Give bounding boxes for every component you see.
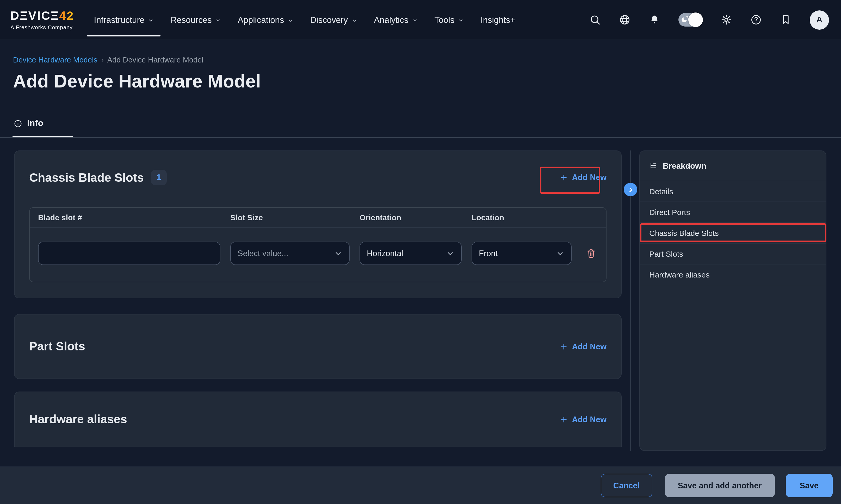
sidebar-item-chassis-blade-slots[interactable]: Chassis Blade Slots (640, 223, 826, 244)
form-action-bar: Cancel Save and add another Save (0, 467, 841, 504)
top-navbar: DΞVICΞ42 A Freshworks Company Infrastruc… (0, 0, 841, 40)
breakdown-tree-icon (649, 162, 658, 170)
chevron-right-icon (627, 186, 634, 194)
chevron-down-icon (334, 249, 342, 257)
breadcrumb-separator: › (101, 56, 104, 64)
column-header-slot-size: Slot Size (230, 213, 350, 222)
breadcrumb-link-device-hardware-models[interactable]: Device Hardware Models (13, 56, 98, 64)
part-slots-title: Part Slots (29, 340, 85, 354)
breakdown-header: Breakdown (640, 151, 826, 181)
user-avatar[interactable]: A (810, 10, 829, 30)
blade-slot-number-input[interactable] (38, 241, 221, 265)
brand-subtitle: A Freshworks Company (11, 24, 74, 30)
chassis-blade-slots-table: Blade slot # Slot Size Orientation Locat… (29, 207, 607, 282)
plus-icon (559, 415, 568, 424)
trash-icon (585, 247, 596, 259)
chassis-section-title: Chassis Blade Slots (29, 170, 144, 184)
chassis-section-header: Chassis Blade Slots 1 Add New (29, 167, 607, 188)
sidebar-item-hardware-aliases[interactable]: Hardware aliases (640, 265, 826, 285)
chevron-down-icon (412, 17, 418, 23)
part-slots-section: Part Slots Add New (14, 314, 621, 379)
gear-icon (721, 14, 732, 25)
chassis-add-new-button[interactable]: Add New (559, 173, 607, 182)
table-header-row: Blade slot # Slot Size Orientation Locat… (30, 208, 606, 228)
chevron-down-icon (287, 17, 293, 23)
brand-name: DΞVICΞ (11, 9, 59, 22)
tabs-divider (0, 137, 841, 138)
hardware-aliases-title: Hardware aliases (29, 412, 127, 427)
sidebar-expand-button[interactable] (624, 183, 637, 196)
help-icon (750, 14, 762, 25)
main-nav: Infrastructure Resources Applications Di… (85, 0, 523, 40)
nav-item-insights[interactable]: Insights+ (472, 0, 523, 40)
delete-row-button[interactable] (585, 247, 597, 259)
page-title: Add Device Hardware Model (13, 71, 261, 92)
column-header-orientation: Orientation (360, 213, 462, 222)
chassis-blade-slots-section: Chassis Blade Slots 1 Add New Blade slot… (14, 150, 621, 298)
nav-item-discovery[interactable]: Discovery (302, 0, 366, 40)
hardware-aliases-section: Hardware aliases Add New (14, 392, 621, 447)
language-button[interactable] (619, 14, 630, 25)
nav-item-resources[interactable]: Resources (162, 0, 229, 40)
settings-button[interactable] (721, 14, 732, 25)
toggle-thumb (688, 13, 703, 27)
chevron-down-icon (148, 17, 154, 23)
bookmark-icon (780, 14, 791, 25)
bell-icon (649, 14, 660, 25)
nav-item-tools[interactable]: Tools (426, 0, 472, 40)
nav-item-analytics[interactable]: Analytics (366, 0, 426, 40)
bookmarks-button[interactable] (780, 14, 791, 25)
app-root: DΞVICΞ42 A Freshworks Company Infrastruc… (0, 0, 841, 504)
cancel-button[interactable]: Cancel (601, 474, 652, 497)
column-header-location: Location (472, 213, 572, 222)
brand-logo[interactable]: DΞVICΞ42 A Freshworks Company (11, 10, 74, 30)
hardware-aliases-add-new-button[interactable]: Add New (559, 415, 607, 424)
part-slots-add-new-button[interactable]: Add New (559, 342, 607, 351)
orientation-select[interactable]: Horizontal (360, 241, 462, 265)
navbar-actions: A (589, 10, 841, 30)
globe-icon (619, 14, 630, 25)
breakdown-title: Breakdown (663, 161, 706, 170)
column-header-blade-slot: Blade slot # (38, 213, 221, 222)
sidebar-item-part-slots[interactable]: Part Slots (640, 244, 826, 265)
nav-item-infrastructure[interactable]: Infrastructure (85, 0, 162, 40)
chassis-count-badge: 1 (151, 170, 167, 185)
chevron-down-icon (556, 249, 564, 257)
plus-icon (559, 342, 568, 351)
info-icon (14, 119, 22, 128)
chevron-down-icon (458, 17, 464, 23)
brand-wordmark: DΞVICΞ42 (11, 10, 74, 22)
chevron-down-icon (446, 249, 454, 257)
search-button[interactable] (589, 14, 601, 25)
notifications-button[interactable] (649, 14, 660, 25)
sidebar-item-direct-ports[interactable]: Direct Ports (640, 202, 826, 223)
breakdown-panel: Breakdown Details Direct Ports Chassis B… (639, 150, 826, 451)
save-and-add-another-button[interactable]: Save and add another (665, 474, 774, 497)
help-button[interactable] (750, 14, 762, 25)
theme-toggle[interactable] (679, 13, 702, 26)
table-row: Select value... Horizontal Front (30, 228, 606, 282)
location-select[interactable]: Front (472, 241, 572, 265)
chevron-down-icon (351, 17, 357, 23)
chevron-down-icon (215, 17, 221, 23)
slot-size-select[interactable]: Select value... (230, 241, 350, 265)
save-button[interactable]: Save (786, 474, 833, 497)
sidebar-item-details[interactable]: Details (640, 181, 826, 202)
brand-accent-42: 42 (59, 9, 74, 22)
breadcrumb-current: Add Device Hardware Model (107, 56, 204, 64)
tab-info[interactable]: Info (13, 114, 51, 132)
search-icon (589, 14, 601, 25)
breadcrumb: Device Hardware Models › Add Device Hard… (13, 56, 204, 64)
plus-icon (559, 174, 568, 182)
nav-item-applications[interactable]: Applications (229, 0, 302, 40)
